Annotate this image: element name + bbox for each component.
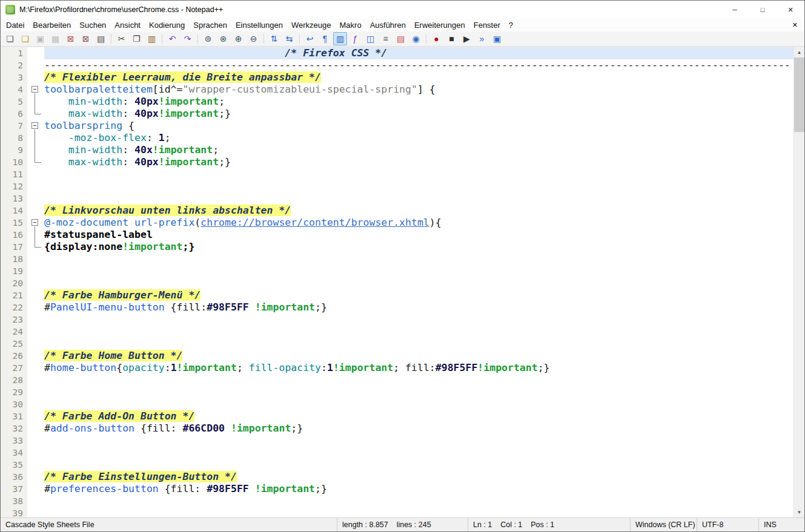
new-file-icon[interactable]: ❏ xyxy=(3,32,17,45)
word-wrap-icon[interactable]: ↩ xyxy=(303,32,317,45)
fold-margin xyxy=(27,108,43,120)
document-list-icon[interactable]: ≡ xyxy=(379,32,393,45)
zoom-out-icon[interactable]: ⊖ xyxy=(247,32,260,45)
scroll-thumb[interactable] xyxy=(794,57,804,132)
fold-collapse-box-icon[interactable] xyxy=(31,86,38,93)
menu-item-suchen[interactable]: Suchen xyxy=(75,19,110,31)
fold-collapse-box-icon[interactable] xyxy=(31,122,38,129)
menu-item-erweiterungen[interactable]: Erweiterungen xyxy=(410,19,469,31)
code-token: ; fill: xyxy=(393,362,436,373)
fold-margin xyxy=(27,180,43,192)
code-token: ; xyxy=(219,96,225,107)
open-file-icon[interactable]: ❑ xyxy=(18,32,32,45)
status-insert-mode[interactable]: INS xyxy=(758,518,804,531)
redo-glyph: ↷ xyxy=(184,34,191,43)
line-number: 16 xyxy=(1,229,27,241)
gutter-row: 13 xyxy=(1,192,43,205)
menu-item-fenster[interactable]: Fenster xyxy=(469,19,505,31)
fold-margin xyxy=(27,265,43,277)
menu-item-kodierung[interactable]: Kodierung xyxy=(145,19,189,31)
save-icon[interactable]: ▣ xyxy=(33,32,47,45)
fold-guide-end-tick xyxy=(35,247,41,248)
file-monitor-icon[interactable]: ▤ xyxy=(394,32,408,45)
indent-guide-glyph: ▥ xyxy=(336,34,344,43)
code-token: : xyxy=(147,132,159,143)
code-token: /* Firefox CSS */ xyxy=(44,47,387,59)
maximize-button[interactable]: □ xyxy=(749,1,777,19)
save-macro-icon[interactable]: ▣ xyxy=(490,32,504,45)
gutter-row: 31 xyxy=(1,410,43,422)
menu-item-ansicht[interactable]: Ansicht xyxy=(110,19,145,31)
code-line xyxy=(44,398,793,410)
sync-horizontal-scrolling-icon[interactable]: ⇆ xyxy=(282,32,296,45)
menu-item-bearbeiten[interactable]: Bearbeiten xyxy=(28,19,75,31)
fold-margin xyxy=(27,156,43,168)
sync-vertical-scrolling-glyph: ⇅ xyxy=(271,34,278,43)
print-icon[interactable]: ▤ xyxy=(94,32,108,45)
redo-icon[interactable]: ↷ xyxy=(181,32,194,45)
undo-icon[interactable]: ↶ xyxy=(165,32,179,45)
code-token: ;} xyxy=(538,362,550,373)
replace-icon[interactable]: ⊛ xyxy=(216,32,230,45)
fold-margin xyxy=(27,289,43,301)
code-token: max-width xyxy=(68,156,122,168)
find-icon[interactable]: ⊚ xyxy=(201,32,215,45)
show-all-characters-icon[interactable]: ¶ xyxy=(318,32,332,45)
code-token: #98F5FF xyxy=(436,362,478,373)
monitoring-eye-icon[interactable]: ◉ xyxy=(409,32,423,45)
fold-collapse-box-icon[interactable] xyxy=(31,219,38,226)
find-glyph: ⊚ xyxy=(205,34,212,43)
menu-item-einstellungen[interactable]: Einstellungen xyxy=(231,19,287,31)
close-button[interactable]: ✕ xyxy=(777,1,804,19)
scroll-up-arrow-icon[interactable]: ▲ xyxy=(794,47,804,57)
fold-toggle[interactable] xyxy=(27,120,43,132)
play-macro-icon[interactable]: ▶ xyxy=(460,32,474,45)
indent-guide-icon[interactable]: ▥ xyxy=(333,32,347,45)
function-list-icon[interactable]: ƒ xyxy=(348,32,362,45)
line-number: 10 xyxy=(1,156,27,168)
minimize-button[interactable]: ─ xyxy=(721,1,749,19)
code-token: !important xyxy=(177,362,237,373)
gutter-row: 25 xyxy=(1,338,43,350)
open-file-glyph: ❑ xyxy=(21,34,29,43)
scroll-track[interactable] xyxy=(794,57,804,507)
zoom-in-icon[interactable]: ⊕ xyxy=(231,32,245,45)
close-file-icon[interactable]: ⊠ xyxy=(64,32,78,45)
menu-item-werkzeuge[interactable]: Werkzeuge xyxy=(287,19,336,31)
code-area[interactable]: /* Firefox CSS */-----------------------… xyxy=(43,47,793,517)
code-line xyxy=(44,253,793,265)
close-all-icon[interactable]: ⊠ xyxy=(79,32,93,45)
record-macro-icon[interactable]: ● xyxy=(429,32,443,45)
gutter-row: 36 xyxy=(1,471,43,483)
code-token xyxy=(44,144,68,156)
cut-icon[interactable]: ✂ xyxy=(114,32,128,45)
menu-item-datei[interactable]: Datei xyxy=(2,19,28,31)
code-line: ----------------------------------------… xyxy=(44,59,793,71)
code-token: ;} xyxy=(219,108,231,119)
menu-item-hilfe[interactable]: ? xyxy=(505,19,517,31)
toolbar-separator xyxy=(111,34,111,44)
code-token: /* Farbe Add-On Button */ xyxy=(44,410,194,422)
title-bar: M:\Firefox\Profilordner\chrome\userChrom… xyxy=(1,1,804,19)
code-line xyxy=(44,277,793,289)
save-all-icon[interactable]: ▦ xyxy=(48,32,62,45)
menu-item-sprachen[interactable]: Sprachen xyxy=(189,19,231,31)
fold-toggle[interactable] xyxy=(27,84,43,96)
fold-toggle[interactable] xyxy=(27,217,43,229)
document-map-icon[interactable]: ◫ xyxy=(363,32,377,45)
code-token: max-width xyxy=(68,108,122,119)
line-number: 18 xyxy=(1,253,27,265)
line-number: 32 xyxy=(1,422,27,435)
run-macro-multiple-icon[interactable]: » xyxy=(475,32,489,45)
line-number: 30 xyxy=(1,398,27,410)
fold-minus-glyph xyxy=(33,89,36,90)
menu-item-makro[interactable]: Makro xyxy=(336,19,366,31)
stop-macro-icon[interactable]: ■ xyxy=(445,32,459,45)
close-document-x-icon[interactable]: ✕ xyxy=(786,19,804,31)
sync-vertical-scrolling-icon[interactable]: ⇅ xyxy=(267,32,281,45)
menu-item-ausführen[interactable]: Ausführen xyxy=(366,19,410,31)
paste-icon[interactable]: ▥ xyxy=(145,32,159,45)
copy-icon[interactable]: ❐ xyxy=(130,32,144,45)
code-token: ] { xyxy=(417,84,436,95)
scroll-down-arrow-icon[interactable]: ▼ xyxy=(794,507,804,517)
